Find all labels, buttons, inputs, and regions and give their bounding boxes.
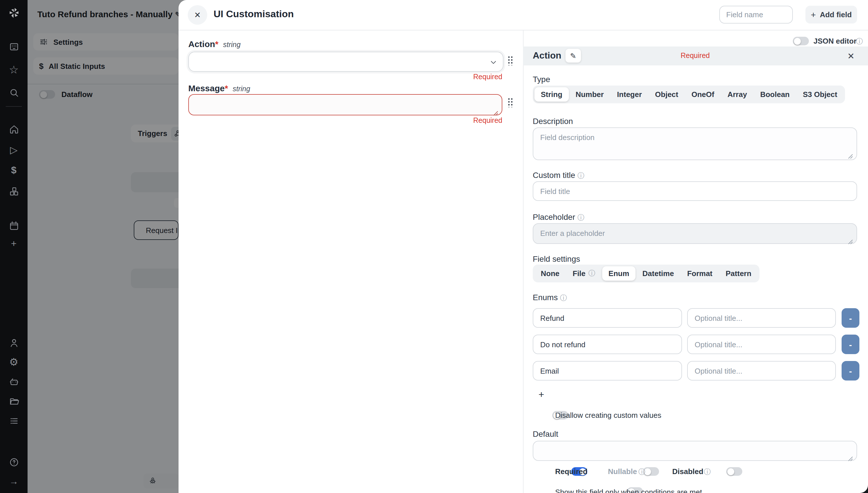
modal-close-button[interactable]: ✕: [188, 5, 207, 25]
setting-option-file[interactable]: Fileⓘ: [566, 266, 601, 281]
type-option-s3object[interactable]: S3 Object: [797, 87, 844, 102]
runs-play-icon[interactable]: ▷: [0, 140, 27, 159]
type-option-array[interactable]: Array: [721, 87, 753, 102]
action-field-type: string: [223, 41, 240, 49]
nullable-toggle[interactable]: [643, 467, 659, 476]
search-icon[interactable]: [0, 83, 27, 102]
file-info-icon: ⓘ: [588, 269, 595, 278]
type-option-number[interactable]: Number: [569, 87, 610, 102]
message-field-type: string: [233, 85, 250, 93]
close-icon: ✕: [194, 10, 200, 20]
custom-title-label: Custom title ⓘ: [533, 170, 585, 181]
json-editor-toggle[interactable]: [793, 37, 809, 45]
action-field-label: Action*string: [188, 39, 240, 49]
disabled-label: Disabled: [672, 467, 703, 476]
placeholder-resize-handle[interactable]: [848, 236, 853, 247]
field-settings-segmented-control: None Fileⓘ Enum Datetime Format Pattern: [533, 264, 760, 282]
enum-value-input[interactable]: [533, 361, 682, 381]
rename-field-button[interactable]: ✎: [566, 49, 581, 63]
message-required-error: Required: [387, 116, 502, 125]
chevron-down-icon: [490, 58, 497, 68]
description-textarea[interactable]: [533, 127, 857, 160]
default-label: Default: [533, 429, 558, 438]
disallow-custom-values-label: Disallow creating custom values: [555, 411, 661, 420]
enum-value-input[interactable]: [533, 308, 682, 328]
placeholder-info-icon[interactable]: ⓘ: [577, 214, 585, 221]
add-enum-button[interactable]: +: [538, 389, 544, 401]
action-required-error: Required: [387, 73, 502, 81]
enums-label: Enums ⓘ: [533, 293, 567, 303]
nullable-label: Nullable: [608, 467, 637, 476]
setting-option-datetime[interactable]: Datetime: [636, 266, 680, 281]
list-icon[interactable]: [0, 411, 27, 430]
field-editor-close-icon[interactable]: ✕: [847, 51, 854, 61]
custom-title-input[interactable]: [533, 181, 857, 201]
add-plus-icon[interactable]: +: [0, 234, 27, 254]
description-label: Description: [533, 116, 573, 126]
default-textarea[interactable]: [533, 441, 857, 461]
json-editor-label: JSON editor: [813, 37, 856, 45]
collapse-arrow-icon[interactable]: →: [0, 472, 27, 491]
enum-title-input[interactable]: [687, 308, 836, 328]
enum-title-input[interactable]: [687, 335, 836, 354]
billing-dollar-icon[interactable]: $: [0, 161, 27, 180]
plus-icon: +: [811, 10, 816, 20]
type-option-object[interactable]: Object: [649, 87, 684, 102]
default-resize-handle[interactable]: [848, 453, 853, 464]
setting-option-none[interactable]: None: [534, 266, 566, 281]
setting-option-format[interactable]: Format: [681, 266, 719, 281]
remove-enum-button[interactable]: -: [842, 335, 860, 354]
nullable-info-icon[interactable]: ⓘ: [638, 467, 645, 477]
sidebar-divider: [6, 106, 22, 107]
json-editor-info-icon[interactable]: ⓘ: [856, 37, 863, 46]
apps-icon[interactable]: [0, 37, 27, 56]
conditions-label: Show this field only when conditions are…: [555, 488, 702, 493]
action-drag-handle-icon[interactable]: [507, 56, 513, 65]
field-settings-label: Field settings: [533, 254, 580, 263]
app-root: ☆ ▷ $ + ⚙ → Tuto Refund branches - Manua…: [0, 0, 868, 493]
type-option-oneof[interactable]: OneOf: [685, 87, 720, 102]
robot-icon[interactable]: [0, 372, 27, 391]
settings-gear-icon[interactable]: ⚙: [0, 352, 27, 372]
help-icon[interactable]: [0, 452, 27, 472]
panel-divider-vertical: [523, 30, 524, 493]
placeholder-label: Placeholder ⓘ: [533, 212, 585, 223]
ui-customisation-modal: ✕ UI Customisation + Add field Action*st…: [178, 0, 868, 493]
enums-info-icon[interactable]: ⓘ: [560, 294, 567, 302]
calendar-icon[interactable]: [0, 216, 27, 235]
user-icon[interactable]: [0, 333, 27, 352]
disabled-info-icon[interactable]: ⓘ: [704, 467, 711, 477]
field-editor-header: Action ✎ Required ✕: [523, 46, 868, 65]
placeholder-textarea[interactable]: [533, 223, 857, 244]
message-textarea[interactable]: [188, 94, 502, 115]
field-required-badge: Required: [666, 52, 724, 60]
pencil-icon: ✎: [570, 51, 576, 60]
remove-enum-button[interactable]: -: [842, 361, 860, 381]
disabled-toggle[interactable]: [726, 467, 742, 476]
setting-option-pattern[interactable]: Pattern: [719, 266, 758, 281]
folder-icon[interactable]: [0, 391, 27, 411]
setting-option-enum[interactable]: Enum: [602, 266, 635, 281]
app-logo-icon[interactable]: [7, 6, 21, 22]
blocks-icon[interactable]: [0, 181, 27, 201]
modal-title: UI Customisation: [214, 8, 294, 20]
add-field-label: Add field: [820, 10, 852, 19]
remove-enum-button[interactable]: -: [842, 308, 860, 328]
add-field-button[interactable]: + Add field: [805, 6, 857, 23]
favorites-star-icon[interactable]: ☆: [0, 60, 27, 79]
home-icon[interactable]: [0, 120, 27, 139]
message-field-label: Message*string: [188, 83, 250, 93]
type-option-string[interactable]: String: [534, 87, 569, 102]
type-option-boolean[interactable]: Boolean: [754, 87, 796, 102]
enum-title-input[interactable]: [687, 361, 836, 381]
icon-sidebar: ☆ ▷ $ + ⚙ →: [0, 0, 27, 493]
enum-value-input[interactable]: [533, 335, 682, 354]
type-option-integer[interactable]: Integer: [611, 87, 648, 102]
type-label: Type: [533, 74, 550, 84]
field-name-input[interactable]: [719, 6, 793, 23]
custom-title-info-icon[interactable]: ⓘ: [577, 172, 585, 180]
description-resize-handle[interactable]: [848, 151, 853, 161]
required-label: Required: [555, 467, 588, 476]
action-select[interactable]: [188, 52, 504, 72]
message-drag-handle-icon[interactable]: [507, 98, 513, 107]
